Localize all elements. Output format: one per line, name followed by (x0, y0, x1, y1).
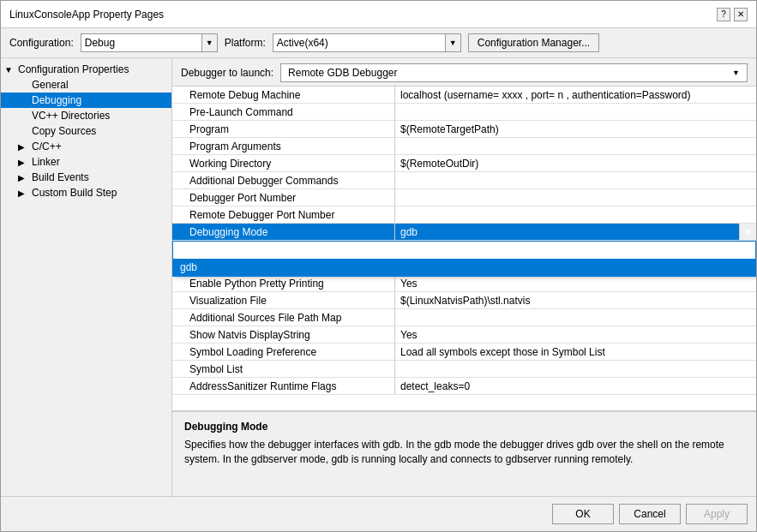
prop-value-debugging-mode[interactable]: gdb (395, 224, 739, 240)
prop-value-remote-debug[interactable]: localhost (username= xxxx , port= n , au… (395, 87, 756, 103)
sidebar-custom-label: Custom Build Step (32, 187, 117, 199)
debugger-label: Debugger to launch: (181, 67, 273, 79)
window-title: LinuxConsoleApp Property Pages (9, 9, 164, 21)
prop-row-remote-debug-machine: Remote Debug Machine localhost (username… (172, 87, 756, 104)
prop-name-program: Program (172, 121, 395, 137)
prop-name-debug-port: Debugger Port Number (172, 189, 395, 206)
main-window: LinuxConsoleApp Property Pages ? ✕ Confi… (0, 0, 757, 532)
sidebar-item-config-props[interactable]: ▼ Configuration Properties (1, 62, 171, 77)
debugger-select[interactable]: Remote GDB Debugger ▼ (280, 63, 748, 82)
sidebar-build-label: Build Events (32, 171, 89, 183)
debugger-bar: Debugger to launch: Remote GDB Debugger … (172, 58, 756, 87)
config-dropdown-arrow[interactable]: ▼ (201, 34, 217, 51)
prop-value-asan-flags[interactable]: detect_leaks=0 (395, 378, 756, 394)
sidebar-vc-label: VC++ Directories (32, 110, 110, 122)
prop-name-remote-port: Remote Debugger Port Number (172, 206, 395, 223)
sidebar-item-build-events[interactable]: ▶ Build Events (1, 170, 171, 185)
sidebar-item-general[interactable]: General (1, 77, 171, 93)
prop-row-pre-launch: Pre-Launch Command (172, 104, 756, 121)
prop-row-symbol-list: Symbol List (172, 361, 756, 378)
prop-name-python-pretty: Enable Python Pretty Printing (172, 275, 395, 291)
main-area: ▼ Configuration Properties General Debug… (1, 58, 756, 496)
sidebar-linker-label: Linker (32, 156, 60, 168)
prop-row-remote-port: Remote Debugger Port Number (172, 206, 756, 224)
ok-button[interactable]: OK (552, 504, 614, 524)
prop-name-working-dir: Working Directory (172, 155, 395, 171)
debugging-mode-dropdown: gdbserver gdb (172, 241, 756, 277)
config-manager-button[interactable]: Configuration Manager... (468, 33, 599, 52)
sidebar-item-vc-dirs[interactable]: VC++ Directories (1, 108, 171, 123)
prop-value-add-debug-cmds[interactable] (395, 172, 756, 188)
prop-name-sources-map: Additional Sources File Path Map (172, 309, 395, 326)
prop-row-sources-map: Additional Sources File Path Map (172, 309, 756, 326)
prop-name-debugging-mode: Debugging Mode (172, 224, 395, 240)
debugger-value: Remote GDB Debugger (285, 67, 732, 79)
prop-row-program-args: Program Arguments (172, 138, 756, 155)
prop-value-symbol-list[interactable] (395, 361, 756, 377)
sidebar-general-label: General (32, 79, 69, 91)
platform-value: Active(x64) (273, 37, 445, 49)
prop-name-natvis-display: Show Natvis DisplayString (172, 326, 395, 343)
prop-name-pre-launch: Pre-Launch Command (172, 104, 395, 120)
configuration-select[interactable]: Debug ▼ (81, 33, 218, 52)
prop-row-program: Program $(RemoteTargetPath) (172, 121, 756, 138)
prop-value-program-args[interactable] (395, 138, 756, 154)
platform-dropdown-arrow[interactable]: ▼ (445, 34, 460, 51)
dropdown-option-gdbserver[interactable]: gdbserver (173, 242, 755, 259)
config-bar: Configuration: Debug ▼ Platform: Active(… (1, 28, 756, 58)
platform-label: Platform: (225, 37, 266, 49)
prop-value-remote-port[interactable] (395, 206, 756, 223)
prop-value-debug-port[interactable] (395, 189, 756, 206)
info-description: Specifies how the debugger interfaces wi… (184, 438, 744, 467)
sidebar: ▼ Configuration Properties General Debug… (1, 58, 172, 496)
help-button[interactable]: ? (717, 8, 730, 21)
content-area: Debugger to launch: Remote GDB Debugger … (172, 58, 756, 496)
prop-name-symbol-list: Symbol List (172, 361, 395, 377)
sidebar-debugging-label: Debugging (32, 94, 81, 106)
prop-value-natvis-display[interactable]: Yes (395, 326, 756, 343)
expand-icon-build: ▶ (18, 173, 28, 182)
prop-value-pre-launch[interactable] (395, 104, 756, 120)
apply-button[interactable]: Apply (686, 504, 748, 524)
prop-value-program[interactable]: $(RemoteTargetPath) (395, 121, 756, 137)
prop-row-working-dir: Working Directory $(RemoteOutDir) (172, 155, 756, 172)
title-controls: ? ✕ (717, 8, 748, 21)
prop-name-remote-debug: Remote Debug Machine (172, 87, 395, 103)
prop-value-viz-file[interactable]: $(LinuxNatvisPath)\stl.natvis (395, 292, 756, 308)
prop-row-python-pretty: Enable Python Pretty Printing Yes (172, 275, 756, 292)
prop-name-symbol-load: Symbol Loading Preference (172, 344, 395, 360)
dropdown-option-gdb[interactable]: gdb (173, 259, 755, 276)
title-bar: LinuxConsoleApp Property Pages ? ✕ (1, 1, 756, 28)
close-button[interactable]: ✕ (734, 8, 748, 21)
config-value: Debug (81, 37, 201, 49)
prop-name-add-debug-cmds: Additional Debugger Commands (172, 172, 395, 188)
prop-value-python-pretty[interactable]: Yes (395, 275, 756, 291)
sidebar-item-label: Configuration Properties (18, 63, 129, 75)
prop-row-debug-port: Debugger Port Number (172, 189, 756, 206)
sidebar-item-linker[interactable]: ▶ Linker (1, 154, 171, 170)
prop-value-symbol-load[interactable]: Load all symbols except those in Symbol … (395, 344, 756, 360)
prop-row-asan-flags: AddressSanitizer Runtime Flags detect_le… (172, 378, 756, 395)
expand-icon-cpp: ▶ (18, 142, 28, 152)
prop-value-working-dir[interactable]: $(RemoteOutDir) (395, 155, 756, 171)
expand-icon-custom: ▶ (18, 188, 28, 198)
sidebar-item-custom-build[interactable]: ▶ Custom Build Step (1, 185, 171, 200)
prop-row-symbol-load: Symbol Loading Preference Load all symbo… (172, 344, 756, 361)
sidebar-item-copy-sources[interactable]: Copy Sources (1, 123, 171, 139)
prop-row-add-debug-cmds: Additional Debugger Commands (172, 172, 756, 189)
sidebar-tree: ▼ Configuration Properties General Debug… (1, 58, 171, 204)
sidebar-copy-label: Copy Sources (32, 125, 96, 137)
sidebar-item-debugging[interactable]: Debugging (1, 93, 171, 108)
prop-value-sources-map[interactable] (395, 309, 756, 326)
platform-select[interactable]: Active(x64) ▼ (273, 33, 461, 52)
cancel-button[interactable]: Cancel (619, 504, 681, 524)
prop-row-debugging-mode[interactable]: Debugging Mode gdb ▼ gdbserver gdb (172, 224, 756, 241)
debugging-mode-dropdown-arrow[interactable]: ▼ (739, 224, 756, 240)
sidebar-item-cpp[interactable]: ▶ C/C++ (1, 139, 171, 154)
prop-name-viz-file: Visualization File (172, 292, 395, 308)
debugger-arrow-icon: ▼ (732, 69, 740, 77)
prop-row-viz-file: Visualization File $(LinuxNatvisPath)\st… (172, 292, 756, 309)
prop-name-asan-flags: AddressSanitizer Runtime Flags (172, 378, 395, 394)
info-title: Debugging Mode (184, 421, 744, 433)
expand-icon: ▼ (4, 65, 15, 75)
